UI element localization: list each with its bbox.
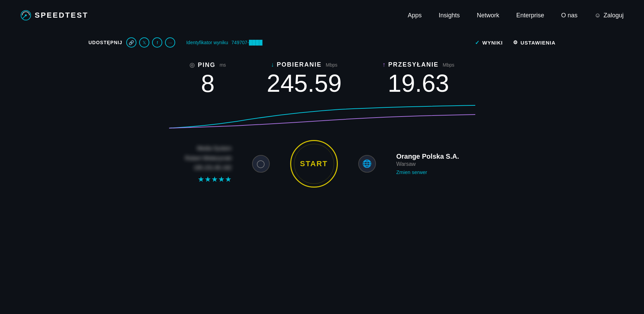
ustawienia-button[interactable]: ⚙ USTAWIENIA	[513, 39, 556, 46]
upload-label: PRZESYŁANIE	[388, 61, 439, 68]
result-id-label: Identyfikator wyniku	[186, 40, 228, 45]
speed-graph	[169, 103, 475, 130]
logo: SPEEDTEST	[20, 10, 88, 21]
speedtest-logo-icon	[20, 10, 31, 21]
login-button[interactable]: ☺ Zaloguj	[595, 12, 624, 19]
speed-graph-svg	[169, 103, 475, 130]
wyniki-label: WYNIKI	[482, 40, 503, 46]
upload-icon: ↑	[382, 61, 385, 68]
ping-unit: ms	[219, 62, 226, 68]
download-icon: ↓	[271, 61, 274, 68]
nav-o-nas[interactable]: O nas	[561, 12, 578, 19]
ping-value: 8	[189, 71, 226, 96]
share-link-button[interactable]: 🔗	[126, 37, 136, 48]
login-label: Zaloguj	[604, 12, 624, 19]
metrics-section: ◎ PING ms 8 ↓ POBIERANIE Mbps 245.59 ↑ P…	[0, 61, 644, 96]
avatar-button[interactable]: ◯	[252, 155, 270, 173]
result-id-value: 749707-████	[231, 40, 262, 45]
blurred-isp-name: Media System	[185, 144, 232, 154]
change-server-link[interactable]: Zmien serwer	[396, 169, 459, 175]
person-icon: ◯	[257, 159, 265, 168]
main-nav: Apps Insights Network Enterprise O nas ☺…	[408, 12, 624, 19]
ping-label: PING	[198, 62, 215, 69]
center-section: Media System Robert Wielezynski 185.231.…	[0, 140, 644, 188]
nav-network[interactable]: Network	[477, 12, 499, 19]
ustawienia-label: USTAWIENIA	[521, 40, 556, 46]
isp-city: Warsaw	[396, 161, 459, 167]
share-right: ✓ WYNIKI ⚙ USTAWIENIA	[475, 39, 556, 46]
download-label: POBIERANIE	[277, 61, 322, 68]
share-bar: UDOSTĘPNIJ 🔗 𝕏 f ··· Identyfikator wynik…	[0, 34, 644, 51]
blurred-ip: 185.231.85.182	[185, 163, 232, 173]
start-button[interactable]: START	[290, 140, 338, 188]
nav-enterprise[interactable]: Enterprise	[516, 12, 544, 19]
result-id: Identyfikator wyniku 749707-████	[186, 40, 262, 45]
download-metric: ↓ POBIERANIE Mbps 245.59	[267, 61, 342, 96]
share-label: UDOSTĘPNIJ	[88, 40, 122, 45]
svg-point-1	[25, 14, 27, 16]
wyniki-button[interactable]: ✓ WYNIKI	[475, 39, 503, 46]
check-icon: ✓	[475, 39, 480, 46]
gear-icon: ⚙	[513, 39, 518, 46]
isp-info: Orange Polska S.A. Warsaw Zmien serwer	[396, 153, 459, 175]
share-twitter-button[interactable]: 𝕏	[139, 37, 149, 48]
nav-apps[interactable]: Apps	[408, 12, 422, 19]
user-icon: ☺	[595, 12, 601, 19]
isp-name: Orange Polska S.A.	[396, 153, 459, 160]
share-facebook-button[interactable]: f	[152, 37, 162, 48]
upload-unit: Mbps	[443, 62, 454, 68]
share-left: UDOSTĘPNIJ 🔗 𝕏 f ··· Identyfikator wynik…	[88, 37, 262, 48]
ping-icon: ◎	[189, 61, 195, 69]
logo-text: SPEEDTEST	[35, 11, 88, 20]
share-more-button[interactable]: ···	[165, 37, 175, 48]
share-icons: 🔗 𝕏 f ···	[126, 37, 175, 48]
start-label: START	[300, 159, 328, 168]
upload-value: 19.63	[382, 71, 454, 95]
upload-metric: ↑ PRZESYŁANIE Mbps 19.63	[382, 61, 454, 96]
nav-insights[interactable]: Insights	[439, 12, 460, 19]
blurred-user-name: Robert Wielezynski	[185, 154, 232, 163]
left-info: Media System Robert Wielezynski 185.231.…	[185, 144, 232, 184]
ping-metric: ◎ PING ms 8	[189, 61, 226, 96]
download-unit: Mbps	[326, 62, 337, 68]
download-value: 245.59	[267, 71, 342, 95]
rating-stars: ★★★★★	[185, 175, 232, 184]
globe-icon: 🌐	[362, 159, 371, 168]
header: SPEEDTEST Apps Insights Network Enterpri…	[0, 0, 644, 31]
globe-button[interactable]: 🌐	[358, 155, 376, 173]
